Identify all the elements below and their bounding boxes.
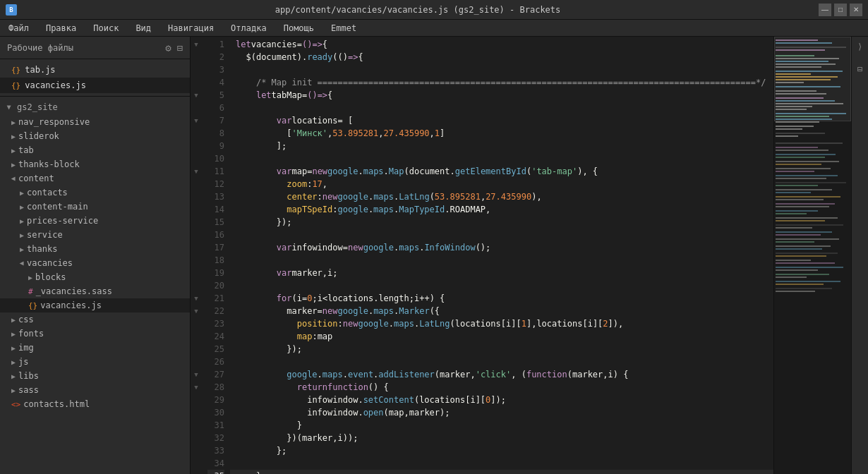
gutter-cell[interactable]: ▼ <box>191 114 202 127</box>
svg-rect-43 <box>776 189 832 190</box>
menu-bar: ФайлПравкаПоискВидНавигацияОтладкаПомощь… <box>0 20 868 37</box>
svg-rect-63 <box>776 260 811 261</box>
svg-rect-44 <box>776 192 811 193</box>
sidebar-settings-icon[interactable]: ⚙ <box>165 42 171 54</box>
tree-item-prices-service[interactable]: ▶ prices-service <box>0 214 190 228</box>
gutter-cell[interactable] <box>191 241 202 254</box>
tree-item-fonts[interactable]: ▶ fonts <box>0 327 190 341</box>
tree-item-content-main[interactable]: ▶ content-main <box>0 200 190 214</box>
gutter-cell[interactable] <box>191 51 202 63</box>
tree-item-label: css <box>18 315 34 324</box>
tree-item-sliderok[interactable]: ▶ sliderok <box>0 129 190 143</box>
svg-rect-65 <box>776 267 843 268</box>
gutter-cell[interactable]: ▼ <box>191 368 202 381</box>
tree-item-vacancies[interactable]: ▼ vacancies <box>0 256 190 270</box>
gutter-cell[interactable] <box>191 216 202 229</box>
gutter-cell[interactable] <box>191 254 202 267</box>
svg-rect-47 <box>776 203 835 205</box>
menu-item-вид[interactable]: Вид <box>133 22 154 35</box>
sidebar-split-icon[interactable]: ⊟ <box>177 42 183 54</box>
right-panel-icon-1[interactable]: ⟩ <box>853 40 867 54</box>
gutter-cell[interactable] <box>191 279 202 292</box>
menu-item-файл[interactable]: Файл <box>6 22 32 35</box>
code-line-7: var locations = [ <box>230 114 773 127</box>
code-line-26 <box>230 356 773 368</box>
maximize-button[interactable]: □ <box>834 4 847 16</box>
line-number: 7 <box>207 114 224 127</box>
gutter-cell[interactable] <box>191 152 202 165</box>
menu-item-помощь[interactable]: Помощь <box>281 22 317 35</box>
gutter-cell[interactable] <box>191 356 202 368</box>
gutter-cell[interactable] <box>191 178 202 190</box>
folder-arrow: ▶ <box>11 372 16 380</box>
line-number: 4 <box>207 76 224 89</box>
line-number: 23 <box>207 317 224 330</box>
gutter-cell[interactable] <box>191 457 202 470</box>
line-number: 2 <box>207 51 224 63</box>
menu-item-поиск[interactable]: Поиск <box>90 22 121 35</box>
gutter-cell[interactable] <box>191 394 202 406</box>
tree-item-contacts-html[interactable]: <> contacts.html <box>0 397 190 411</box>
gutter-cell[interactable] <box>191 444 202 457</box>
menu-item-emmet[interactable]: Emmet <box>328 22 359 35</box>
gutter-cell[interactable] <box>191 203 202 216</box>
tree-item-blocks[interactable]: ▶ blocks <box>0 270 190 284</box>
tree-item-service[interactable]: ▶ service <box>0 228 190 242</box>
gutter-cell[interactable] <box>191 267 202 279</box>
project-arrow: ▶ <box>6 105 13 109</box>
gutter-cell[interactable]: ▼ <box>191 89 202 102</box>
right-panel-icon-2[interactable]: ⊟ <box>853 62 867 76</box>
gutter-cell[interactable] <box>191 343 202 356</box>
menu-item-навигация[interactable]: Навигация <box>165 22 217 35</box>
gutter-cell[interactable] <box>191 63 202 76</box>
gutter-cell[interactable] <box>191 432 202 444</box>
gutter-cell[interactable] <box>191 229 202 241</box>
gutter-cell[interactable] <box>191 317 202 330</box>
svg-rect-62 <box>776 255 826 257</box>
tree-item-img[interactable]: ▶ img <box>0 341 190 355</box>
tree-item-contacts[interactable]: ▶ contacts <box>0 186 190 200</box>
gutter-cell[interactable] <box>191 127 202 140</box>
code-content[interactable]: let vacancies = ()=>{ $(document).ready(… <box>230 37 773 474</box>
code-container[interactable]: ▼ ▼ ▼ ▼ <box>191 37 773 474</box>
code-line-23: position: new google.maps.LatLng(locatio… <box>230 317 773 330</box>
tree-item-thanks-block[interactable]: ▶ thanks-block <box>0 157 190 171</box>
tree-item-vacancies-sass[interactable]: # _vacancies.sass <box>0 284 190 298</box>
tree-item-css[interactable]: ▶ css <box>0 312 190 327</box>
svg-rect-33 <box>776 154 836 155</box>
code-line-28: return function() { <box>230 381 773 394</box>
gutter-cell[interactable] <box>191 140 202 152</box>
gutter-cell[interactable] <box>191 470 202 474</box>
tree-item-libs[interactable]: ▶ libs <box>0 369 190 383</box>
file-tree: ▶ gs2_site ▶ nav_responsive ▶ sliderok ▶… <box>0 97 190 474</box>
tree-item-nav-responsive[interactable]: ▶ nav_responsive <box>0 115 190 129</box>
tree-item-label: blocks <box>35 272 66 282</box>
tree-item-sass[interactable]: ▶ sass <box>0 383 190 397</box>
gutter-cell[interactable] <box>191 190 202 203</box>
menu-item-отладка[interactable]: Отладка <box>228 22 270 35</box>
project-root[interactable]: ▶ gs2_site <box>0 99 190 115</box>
gutter-cell[interactable] <box>191 406 202 419</box>
folder-arrow: ▶ <box>11 358 16 366</box>
open-file-tab-js[interactable]: {} tab.js <box>0 62 190 78</box>
close-button[interactable]: ✕ <box>850 4 862 16</box>
gutter-cell[interactable] <box>191 102 202 114</box>
menu-item-правка[interactable]: Правка <box>43 22 79 35</box>
tree-item-tab[interactable]: ▶ tab <box>0 143 190 157</box>
folder-arrow: ▶ <box>11 161 16 169</box>
minimize-button[interactable]: — <box>819 4 831 16</box>
gutter-cell[interactable]: ▼ <box>191 38 202 51</box>
tree-item-thanks[interactable]: ▶ thanks <box>0 242 190 256</box>
gutter-cell[interactable]: ▼ <box>191 305 202 317</box>
open-file-vacancies-js[interactable]: {} vacancies.js <box>0 78 190 93</box>
tree-item-vacancies-js[interactable]: {} vacancies.js <box>0 298 190 312</box>
gutter-cell[interactable]: ▼ <box>191 292 202 305</box>
code-line-24: map: map <box>230 330 773 343</box>
gutter-cell[interactable] <box>191 330 202 343</box>
gutter-cell[interactable] <box>191 419 202 432</box>
gutter-cell[interactable]: ▼ <box>191 165 202 178</box>
gutter-cell[interactable] <box>191 76 202 89</box>
tree-item-content[interactable]: ▼ content <box>0 171 190 186</box>
gutter-cell[interactable]: ▼ <box>191 381 202 394</box>
tree-item-js[interactable]: ▶ js <box>0 355 190 369</box>
